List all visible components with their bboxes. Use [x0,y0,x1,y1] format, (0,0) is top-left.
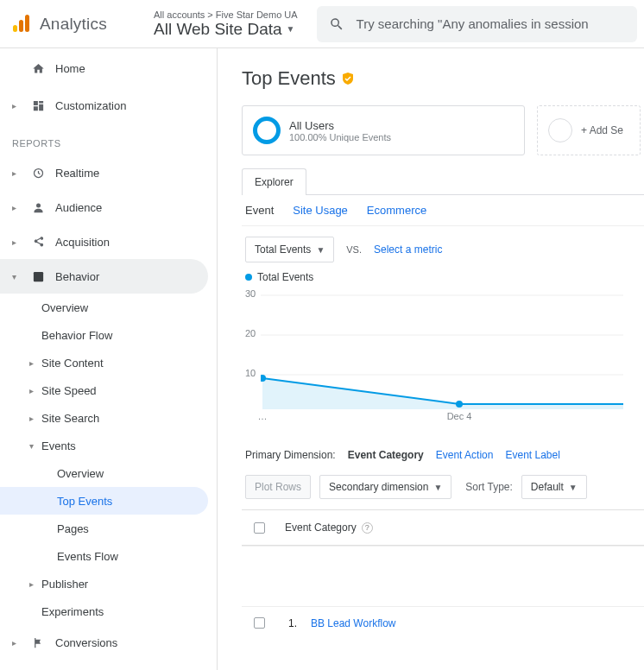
chart: Total Events 30 20 10 … Dec 4 [245,271,641,409]
caret-down-icon: ▼ [287,24,295,34]
sort-type-value: Default [531,481,564,493]
row-event-category-link[interactable]: BB Lead Workflow [302,617,396,629]
chevron-down-icon: ▾ [29,441,38,451]
nav-customization[interactable]: ▸ Customization [0,88,217,123]
analytics-logo-icon [10,14,31,35]
subsubnav-pages-label: Pages [57,522,89,535]
help-icon[interactable]: ? [362,522,373,534]
chevron-right-icon: ▸ [12,168,21,178]
search-placeholder: Try searching "Any anomalies in session [357,16,589,31]
subnav-events[interactable]: ▾Events [0,432,217,459]
x-tick-dec4: Dec 4 [447,411,472,421]
subnav-site-speed[interactable]: ▸Site Speed [0,376,217,404]
svg-point-10 [456,401,463,408]
table-spacer [242,546,644,606]
tab-explorer[interactable]: Explorer [242,168,306,195]
metric-selector[interactable]: Total Events ▼ [245,237,334,262]
nav-behavior-label: Behavior [55,270,99,283]
row-index: 1. [276,617,302,629]
search-input[interactable]: Try searching "Any anomalies in session [317,6,637,42]
nav-customization-label: Customization [55,99,126,112]
segment-subtitle: 100.00% Unique Events [289,132,391,142]
reports-header: REPORTS [0,123,217,155]
nav-audience-label: Audience [55,201,102,214]
subsubnav-events-flow-label: Events Flow [57,550,118,563]
subnav-site-search[interactable]: ▸Site Search [0,404,217,432]
nav-conversions[interactable]: ▸ Conversions [0,625,217,660]
add-segment-button[interactable]: + Add Se [537,105,641,155]
secondary-dimension-label: Secondary dimension [329,481,428,493]
segment-name: All Users [289,119,391,132]
nav-acquisition-label: Acquisition [55,236,110,249]
nav-realtime-label: Realtime [55,167,99,180]
subtab-event[interactable]: Event [245,204,274,217]
logo[interactable]: Analytics [0,14,143,35]
y-tick-30: 30 [245,288,256,299]
nav-behavior[interactable]: ▾ Behavior [0,259,208,294]
sort-type-selector[interactable]: Default▼ [521,475,587,499]
subsubnav-events-flow[interactable]: Events Flow [0,542,217,570]
col-event-category[interactable]: Event Category [285,521,357,534]
line-plot [261,288,623,409]
dashboard-icon [31,99,45,112]
subnav-experiments[interactable]: Experiments [0,597,217,625]
behavior-icon [31,270,45,283]
series-label: Total Events [257,271,313,283]
subsubnav-overview-label: Overview [57,467,104,480]
plot-rows-button[interactable]: Plot Rows [245,475,311,499]
subtab-site-usage[interactable]: Site Usage [293,204,348,217]
page-title: Top Events [242,67,336,90]
subnav-site-search-label: Site Search [41,412,99,425]
subnav-behavior-flow-label: Behavior Flow [41,329,112,342]
table-row: 1. BB Lead Workflow [242,606,644,639]
chevron-right-icon: ▸ [29,358,38,368]
caret-down-icon: ▼ [569,483,578,492]
sort-type-label: Sort Type: [465,481,512,493]
add-segment-label: + Add Se [581,124,623,136]
subnav-behavior-flow[interactable]: Behavior Flow [0,321,217,349]
subsubnav-pages[interactable]: Pages [0,515,217,542]
metric-selector-label: Total Events [255,243,311,256]
subnav-overview-label: Overview [41,301,88,314]
caret-down-icon: ▼ [433,483,442,492]
subsubnav-top-events[interactable]: Top Events [0,487,208,515]
svg-rect-2 [25,15,29,32]
dim-event-action[interactable]: Event Action [436,449,494,461]
chevron-right-icon: ▸ [29,386,38,395]
caret-down-icon: ▼ [316,245,325,255]
person-icon [31,201,45,214]
svg-rect-5 [33,271,42,281]
sidebar: Home ▸ Customization REPORTS ▸ Realtime … [0,48,218,670]
chevron-right-icon: ▸ [12,203,21,212]
subnav-publisher-label: Publisher [41,578,88,591]
nav-audience[interactable]: ▸ Audience [0,190,217,224]
row-checkbox[interactable] [254,617,265,629]
dim-event-category[interactable]: Event Category [348,449,424,461]
subtab-ecommerce[interactable]: Ecommerce [367,204,426,217]
subnav-site-content-label: Site Content [41,357,104,370]
chevron-right-icon: ▸ [12,101,21,111]
breadcrumb: All accounts > Five Star Demo UA [154,9,298,20]
chevron-right-icon: ▸ [12,237,21,247]
subnav-experiments-label: Experiments [41,605,104,618]
subsubnav-overview[interactable]: Overview [0,459,217,487]
flag-icon [31,636,45,649]
nav-acquisition[interactable]: ▸ Acquisition [0,224,217,259]
select-metric-link[interactable]: Select a metric [374,243,442,256]
select-all-checkbox[interactable] [254,522,265,534]
series-dot-icon [245,274,252,281]
segment-all-users[interactable]: All Users 100.00% Unique Events [242,105,525,155]
subnav-overview[interactable]: Overview [0,294,217,321]
nav-home[interactable]: Home [0,48,217,88]
subnav-publisher[interactable]: ▸Publisher [0,570,217,597]
vs-label: VS. [346,244,362,255]
nav-conversions-label: Conversions [55,636,117,649]
dim-event-label[interactable]: Event Label [505,449,559,461]
account-selector[interactable]: All accounts > Five Star Demo UA All Web… [143,9,308,39]
add-circle-icon [548,118,572,142]
brand-name: Analytics [40,15,107,34]
nav-realtime[interactable]: ▸ Realtime [0,155,217,190]
secondary-dimension-selector[interactable]: Secondary dimension▼ [319,475,451,499]
y-tick-20: 20 [245,328,256,338]
subnav-site-content[interactable]: ▸Site Content [0,349,217,376]
